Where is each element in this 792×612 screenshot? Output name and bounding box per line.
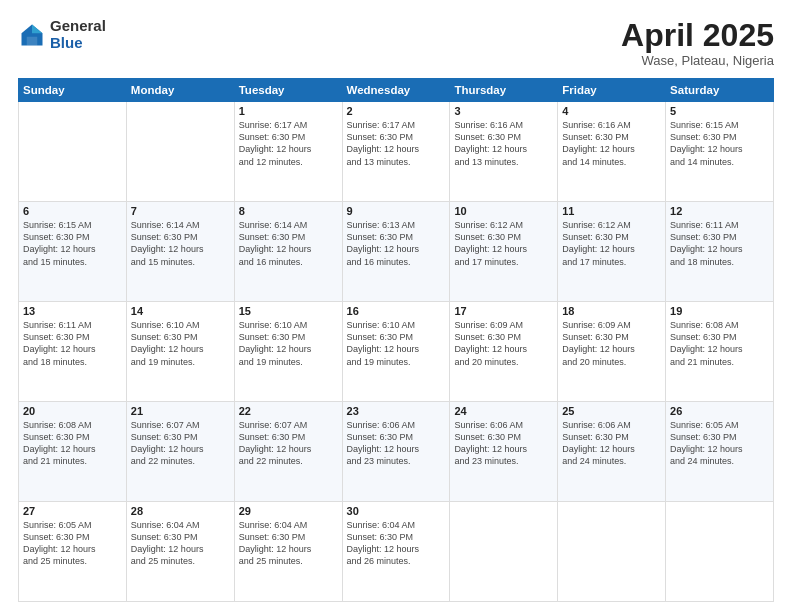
table-row: 25Sunrise: 6:06 AM Sunset: 6:30 PM Dayli…: [558, 402, 666, 502]
day-number: 24: [454, 405, 553, 417]
day-number: 11: [562, 205, 661, 217]
table-row: 19Sunrise: 6:08 AM Sunset: 6:30 PM Dayli…: [666, 302, 774, 402]
day-number: 5: [670, 105, 769, 117]
day-info: Sunrise: 6:08 AM Sunset: 6:30 PM Dayligh…: [670, 319, 769, 368]
day-info: Sunrise: 6:13 AM Sunset: 6:30 PM Dayligh…: [347, 219, 446, 268]
svg-rect-2: [27, 36, 38, 45]
calendar-week-row: 27Sunrise: 6:05 AM Sunset: 6:30 PM Dayli…: [19, 502, 774, 602]
table-row: [558, 502, 666, 602]
table-row: 10Sunrise: 6:12 AM Sunset: 6:30 PM Dayli…: [450, 202, 558, 302]
day-number: 2: [347, 105, 446, 117]
day-number: 10: [454, 205, 553, 217]
day-info: Sunrise: 6:15 AM Sunset: 6:30 PM Dayligh…: [670, 119, 769, 168]
col-thursday: Thursday: [450, 79, 558, 102]
day-number: 29: [239, 505, 338, 517]
day-number: 4: [562, 105, 661, 117]
table-row: [450, 502, 558, 602]
col-friday: Friday: [558, 79, 666, 102]
day-number: 1: [239, 105, 338, 117]
day-number: 9: [347, 205, 446, 217]
table-row: [126, 102, 234, 202]
calendar-table: Sunday Monday Tuesday Wednesday Thursday…: [18, 78, 774, 602]
table-row: 17Sunrise: 6:09 AM Sunset: 6:30 PM Dayli…: [450, 302, 558, 402]
col-sunday: Sunday: [19, 79, 127, 102]
day-number: 26: [670, 405, 769, 417]
day-number: 18: [562, 305, 661, 317]
table-row: 28Sunrise: 6:04 AM Sunset: 6:30 PM Dayli…: [126, 502, 234, 602]
table-row: 8Sunrise: 6:14 AM Sunset: 6:30 PM Daylig…: [234, 202, 342, 302]
table-row: [19, 102, 127, 202]
logo: General Blue: [18, 18, 106, 51]
col-wednesday: Wednesday: [342, 79, 450, 102]
day-number: 16: [347, 305, 446, 317]
table-row: 26Sunrise: 6:05 AM Sunset: 6:30 PM Dayli…: [666, 402, 774, 502]
day-info: Sunrise: 6:07 AM Sunset: 6:30 PM Dayligh…: [239, 419, 338, 468]
table-row: 27Sunrise: 6:05 AM Sunset: 6:30 PM Dayli…: [19, 502, 127, 602]
table-row: [666, 502, 774, 602]
title-block: April 2025 Wase, Plateau, Nigeria: [621, 18, 774, 68]
table-row: 7Sunrise: 6:14 AM Sunset: 6:30 PM Daylig…: [126, 202, 234, 302]
table-row: 14Sunrise: 6:10 AM Sunset: 6:30 PM Dayli…: [126, 302, 234, 402]
table-row: 4Sunrise: 6:16 AM Sunset: 6:30 PM Daylig…: [558, 102, 666, 202]
day-number: 23: [347, 405, 446, 417]
table-row: 29Sunrise: 6:04 AM Sunset: 6:30 PM Dayli…: [234, 502, 342, 602]
day-info: Sunrise: 6:12 AM Sunset: 6:30 PM Dayligh…: [562, 219, 661, 268]
table-row: 22Sunrise: 6:07 AM Sunset: 6:30 PM Dayli…: [234, 402, 342, 502]
day-info: Sunrise: 6:17 AM Sunset: 6:30 PM Dayligh…: [239, 119, 338, 168]
day-info: Sunrise: 6:05 AM Sunset: 6:30 PM Dayligh…: [23, 519, 122, 568]
day-info: Sunrise: 6:10 AM Sunset: 6:30 PM Dayligh…: [239, 319, 338, 368]
day-number: 21: [131, 405, 230, 417]
header: General Blue April 2025 Wase, Plateau, N…: [18, 18, 774, 68]
day-number: 19: [670, 305, 769, 317]
table-row: 18Sunrise: 6:09 AM Sunset: 6:30 PM Dayli…: [558, 302, 666, 402]
table-row: 5Sunrise: 6:15 AM Sunset: 6:30 PM Daylig…: [666, 102, 774, 202]
calendar-week-row: 1Sunrise: 6:17 AM Sunset: 6:30 PM Daylig…: [19, 102, 774, 202]
svg-marker-1: [32, 24, 43, 33]
day-number: 28: [131, 505, 230, 517]
table-row: 12Sunrise: 6:11 AM Sunset: 6:30 PM Dayli…: [666, 202, 774, 302]
day-info: Sunrise: 6:04 AM Sunset: 6:30 PM Dayligh…: [239, 519, 338, 568]
day-number: 17: [454, 305, 553, 317]
page: General Blue April 2025 Wase, Plateau, N…: [0, 0, 792, 612]
day-info: Sunrise: 6:10 AM Sunset: 6:30 PM Dayligh…: [347, 319, 446, 368]
table-row: 1Sunrise: 6:17 AM Sunset: 6:30 PM Daylig…: [234, 102, 342, 202]
day-number: 27: [23, 505, 122, 517]
table-row: 21Sunrise: 6:07 AM Sunset: 6:30 PM Dayli…: [126, 402, 234, 502]
day-number: 7: [131, 205, 230, 217]
col-monday: Monday: [126, 79, 234, 102]
table-row: 23Sunrise: 6:06 AM Sunset: 6:30 PM Dayli…: [342, 402, 450, 502]
day-number: 3: [454, 105, 553, 117]
day-number: 20: [23, 405, 122, 417]
table-row: 2Sunrise: 6:17 AM Sunset: 6:30 PM Daylig…: [342, 102, 450, 202]
table-row: 11Sunrise: 6:12 AM Sunset: 6:30 PM Dayli…: [558, 202, 666, 302]
day-info: Sunrise: 6:17 AM Sunset: 6:30 PM Dayligh…: [347, 119, 446, 168]
calendar-week-row: 13Sunrise: 6:11 AM Sunset: 6:30 PM Dayli…: [19, 302, 774, 402]
day-info: Sunrise: 6:16 AM Sunset: 6:30 PM Dayligh…: [562, 119, 661, 168]
day-info: Sunrise: 6:06 AM Sunset: 6:30 PM Dayligh…: [347, 419, 446, 468]
table-row: 6Sunrise: 6:15 AM Sunset: 6:30 PM Daylig…: [19, 202, 127, 302]
day-info: Sunrise: 6:08 AM Sunset: 6:30 PM Dayligh…: [23, 419, 122, 468]
table-row: 30Sunrise: 6:04 AM Sunset: 6:30 PM Dayli…: [342, 502, 450, 602]
day-info: Sunrise: 6:09 AM Sunset: 6:30 PM Dayligh…: [454, 319, 553, 368]
day-info: Sunrise: 6:11 AM Sunset: 6:30 PM Dayligh…: [670, 219, 769, 268]
table-row: 15Sunrise: 6:10 AM Sunset: 6:30 PM Dayli…: [234, 302, 342, 402]
day-number: 8: [239, 205, 338, 217]
col-saturday: Saturday: [666, 79, 774, 102]
day-number: 6: [23, 205, 122, 217]
day-info: Sunrise: 6:11 AM Sunset: 6:30 PM Dayligh…: [23, 319, 122, 368]
day-info: Sunrise: 6:14 AM Sunset: 6:30 PM Dayligh…: [239, 219, 338, 268]
day-number: 25: [562, 405, 661, 417]
table-row: 24Sunrise: 6:06 AM Sunset: 6:30 PM Dayli…: [450, 402, 558, 502]
day-info: Sunrise: 6:04 AM Sunset: 6:30 PM Dayligh…: [131, 519, 230, 568]
day-info: Sunrise: 6:14 AM Sunset: 6:30 PM Dayligh…: [131, 219, 230, 268]
day-info: Sunrise: 6:15 AM Sunset: 6:30 PM Dayligh…: [23, 219, 122, 268]
logo-text: General Blue: [50, 18, 106, 51]
day-info: Sunrise: 6:07 AM Sunset: 6:30 PM Dayligh…: [131, 419, 230, 468]
day-info: Sunrise: 6:04 AM Sunset: 6:30 PM Dayligh…: [347, 519, 446, 568]
day-info: Sunrise: 6:16 AM Sunset: 6:30 PM Dayligh…: [454, 119, 553, 168]
day-info: Sunrise: 6:05 AM Sunset: 6:30 PM Dayligh…: [670, 419, 769, 468]
calendar-title: April 2025: [621, 18, 774, 53]
day-number: 13: [23, 305, 122, 317]
day-info: Sunrise: 6:12 AM Sunset: 6:30 PM Dayligh…: [454, 219, 553, 268]
calendar-location: Wase, Plateau, Nigeria: [621, 53, 774, 68]
